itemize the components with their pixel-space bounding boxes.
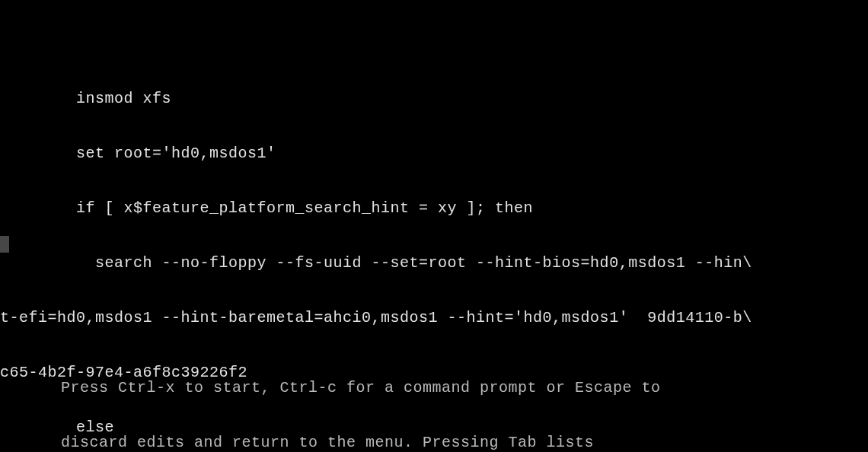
grub-help-text: Press Ctrl-x to start, Ctrl-c for a comm… <box>61 342 661 452</box>
help-line: Press Ctrl-x to start, Ctrl-c for a comm… <box>61 379 661 397</box>
text-cursor <box>0 236 9 253</box>
grub-line[interactable]: if [ x$feature_platform_search_hint = xy… <box>0 199 868 218</box>
grub-line[interactable]: insmod xfs <box>0 90 868 108</box>
grub-line[interactable]: search --no-floppy --fs-uuid --set=root … <box>0 254 868 272</box>
help-line: discard edits and return to the menu. Pr… <box>61 434 661 452</box>
grub-line[interactable]: set root='hd0,msdos1' <box>0 145 868 163</box>
grub-line[interactable]: t-efi=hd0,msdos1 --hint-baremetal=ahci0,… <box>0 309 868 327</box>
